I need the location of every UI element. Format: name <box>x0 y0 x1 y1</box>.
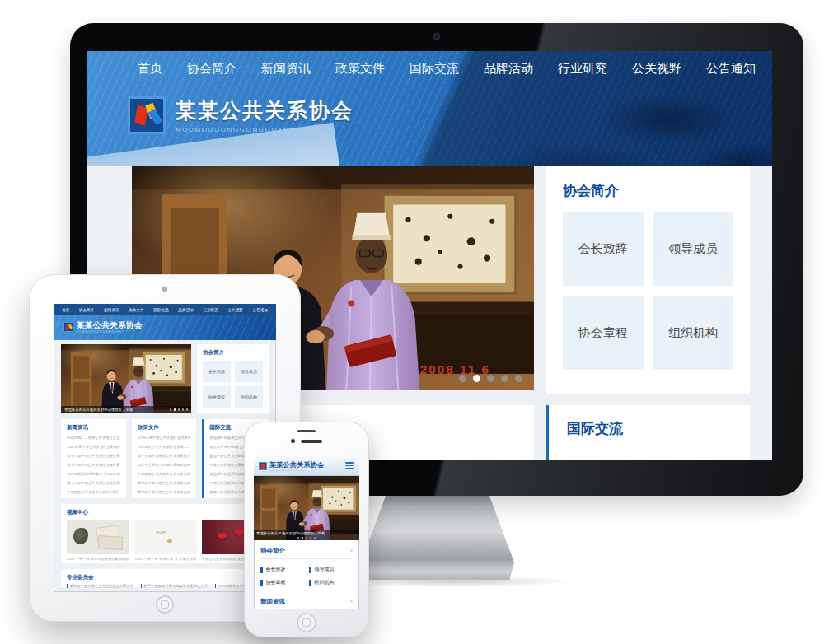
tablet-hero-slider[interactable]: 李道豫会长会见海外友好协会国际友人机构 <box>61 344 191 413</box>
policy-item-link[interactable]: 第十五届中国最佳公共关系案例大赛评审结果 <box>138 451 191 460</box>
phone-hero-slider[interactable]: 李道豫会长会见海外友好协会国际友人机构 <box>254 476 359 540</box>
logo-flag-icon <box>63 322 73 332</box>
policy-item-link[interactable]: 第七届中国大学生公共关系策划创业大赛启动 <box>138 478 191 488</box>
committee-link[interactable]: 第七届中国大学生公共关系策划大赛介绍 <box>67 584 133 588</box>
tablet-nav: 首页 协会简介 新闻资讯 政策文件 国际交流 品牌活动 行业研究 公关视野 公告… <box>54 304 276 315</box>
about-tile-charter[interactable]: 协会章程 <box>260 579 304 586</box>
phone-home-button[interactable] <box>297 613 316 632</box>
phone-screen: 某某公共关系协会 MOUMOUGONGGONGGUANXIXIEHUI 李道豫会… <box>254 456 359 609</box>
nav-item-brand[interactable]: 品牌活动 <box>484 61 533 77</box>
nav-item-research[interactable]: 行业研究 <box>558 61 607 77</box>
chevron-right-icon[interactable]: › <box>350 548 353 554</box>
site-title-pinyin: MOUMOUGONGGONGGUANXIXIEHUI <box>77 331 143 334</box>
hamburger-menu-icon[interactable] <box>345 462 354 469</box>
news-item-link[interactable]: 第十八届中国公共关系行业最佳案例颁奖典礼 <box>67 478 120 488</box>
about-heading: 协会简介 <box>203 349 263 357</box>
policy-item-link[interactable]: CIPRA关于公共关系职业资格——重点篇 <box>138 442 191 451</box>
tablet-screen: 首页 协会简介 新闻资讯 政策文件 国际交流 品牌活动 行业研究 公关视野 公告… <box>54 304 276 592</box>
carousel-dot[interactable] <box>501 375 508 382</box>
about-tile-charter[interactable]: 协会章程 <box>203 386 231 408</box>
tablet-nav-item[interactable]: 公关视野 <box>227 308 242 312</box>
carousel-dot[interactable] <box>170 408 172 411</box>
tablet-site-logo[interactable]: 某某公共关系协会 MOUMOUGONGGONGGUANXIXIEHUI <box>63 320 276 334</box>
policy-heading: 政策文件 <box>138 424 191 432</box>
carousel-dot[interactable] <box>515 375 522 382</box>
slider-caption[interactable]: 李道豫会长会见海外友好协会国际友人机构 <box>256 531 357 536</box>
news-item-link[interactable]: 第十八届中国公共关系行业最佳案例大赛评审 <box>67 460 120 469</box>
carousel-dots <box>170 408 189 411</box>
phone-earpiece <box>297 430 316 432</box>
video-caption: 2021"一带一路"年度优秀案例征集活动圆满结束 <box>67 557 129 561</box>
tablet-nav-item[interactable]: 国际交流 <box>153 308 168 312</box>
carousel-dot-active[interactable] <box>473 375 480 382</box>
monitor-stand <box>361 492 514 580</box>
news-item-link[interactable]: 历届回顾——搭建公共关系行业交流新平台 <box>67 433 120 442</box>
nav-item-pr-view[interactable]: 公关视野 <box>632 61 681 77</box>
carousel-dot-active[interactable] <box>302 537 304 539</box>
tablet-nav-item[interactable]: 品牌活动 <box>178 308 193 312</box>
tablet-nav-item[interactable]: 政策文件 <box>129 308 143 312</box>
tablet-policy-card: 政策文件 2019年度中国公共关系行业发展调查报告 CIPRA关于公共关系职业资… <box>132 419 197 498</box>
carousel-dot[interactable] <box>459 375 466 382</box>
video-heading: 视频中心 <box>67 509 263 516</box>
news-item-link[interactable]: 2021年度中国公共关系行业案例申报启动 <box>67 442 120 451</box>
carousel-dot[interactable] <box>310 537 312 539</box>
carousel-dot[interactable] <box>178 408 180 411</box>
carousel-dot[interactable] <box>182 408 185 411</box>
news-item-link[interactable]: 中国国际公共关系协会发布年度行业调查报告 <box>67 488 120 497</box>
about-tile-president[interactable]: 会长致辞 <box>260 566 304 573</box>
phone-site-logo[interactable]: 某某公共关系协会 MOUMOUGONGGONGGUANXIXIEHUI <box>269 460 324 471</box>
nav-item-home[interactable]: 首页 <box>138 61 162 77</box>
carousel-dot-active[interactable] <box>174 408 176 411</box>
tablet-home-button[interactable] <box>156 595 174 614</box>
carousel-dot[interactable] <box>306 537 308 539</box>
chevron-right-icon[interactable]: › <box>350 599 353 605</box>
tablet-nav-item[interactable]: 首页 <box>62 308 69 312</box>
site-title-pinyin: MOUMOUGONGGONGGUANXIXIEHUI <box>176 126 353 133</box>
tablet-nav-item[interactable]: 新闻资讯 <box>104 308 119 312</box>
news-item-link[interactable]: CIPRA组织研究部第二十六次开课通知 <box>67 469 120 478</box>
tablet-about-card: 协会简介 会长致辞 领导成员 协会章程 组织机构 <box>197 344 269 413</box>
policy-item-link[interactable]: 习近平主席在CIPRA年度峰会重要讲话精神 <box>138 460 191 469</box>
about-tile-president[interactable]: 会长致辞 <box>563 212 644 286</box>
tablet-video-card: 视频中心 2021"一带一路"年度优秀案例征集活动圆满结束 love 2021"… <box>61 504 269 563</box>
about-tile-organization[interactable]: 组织机构 <box>653 296 734 370</box>
nav-item-international[interactable]: 国际交流 <box>410 61 459 77</box>
tablet-nav-item[interactable]: 协会简介 <box>79 308 94 312</box>
nav-item-about[interactable]: 协会简介 <box>187 61 236 77</box>
video-thumbnail[interactable]: love <box>134 520 197 554</box>
site-logo[interactable]: 某某公共关系协会 MOUMOUGONGGONGGUANXIXIEHUI <box>128 96 772 134</box>
phone-speaker <box>301 440 322 443</box>
carousel-dot[interactable] <box>297 537 300 539</box>
about-heading: 协会简介 <box>563 181 733 200</box>
about-tile-president[interactable]: 会长致辞 <box>203 361 231 382</box>
main-nav: 首页 协会简介 新闻资讯 政策文件 国际交流 品牌活动 行业研究 公关视野 公告… <box>87 51 772 77</box>
about-tile-charter[interactable]: 协会章程 <box>563 296 644 370</box>
slider-caption[interactable]: 李道豫会长会见海外友好协会国际友人机构 <box>64 406 133 413</box>
policy-item-link[interactable]: 2019年度中国公共关系行业发展调查报告 <box>138 433 191 442</box>
nav-item-news[interactable]: 新闻资讯 <box>261 61 311 77</box>
committee-link[interactable]: 数字中国国际传播与融媒体创新论坛介绍 <box>141 584 208 588</box>
tablet-site-header: 某某公共关系协会 MOUMOUGONGGONGGUANXIXIEHUI <box>54 315 276 340</box>
about-tile-organization[interactable]: 组织机构 <box>235 386 263 408</box>
policy-item-link[interactable]: 第七届中国大学生公共关系策划创业大赛通知 <box>138 488 191 497</box>
policy-item-link[interactable]: 中国国际公共关系协会关于会员单位续费通知 <box>138 469 191 478</box>
about-tile-leaders[interactable]: 领导成员 <box>235 361 263 382</box>
carousel-dot[interactable] <box>314 537 316 539</box>
about-tile-leaders[interactable]: 领导成员 <box>309 566 353 573</box>
news-item-link[interactable]: 第十八届中国公共关系行业最佳案例大赛预告 <box>67 451 120 460</box>
slider-photo <box>61 344 191 413</box>
about-tile-leaders[interactable]: 领导成员 <box>653 212 734 286</box>
phone-about-section-header[interactable]: 协会简介 › <box>260 542 353 559</box>
carousel-dot[interactable] <box>487 375 494 382</box>
tablet-nav-item[interactable]: 公告通知 <box>253 308 268 312</box>
nav-item-policy[interactable]: 政策文件 <box>335 61 385 77</box>
tablet-nav-item[interactable]: 行业研究 <box>203 308 218 312</box>
about-card: 协会简介 会长致辞 领导成员 协会章程 组织机构 <box>546 166 750 394</box>
site-title: 某某公共关系协会 <box>77 320 143 331</box>
about-tile-organization[interactable]: 组织机构 <box>309 579 353 586</box>
carousel-dot[interactable] <box>186 408 189 411</box>
video-thumbnail[interactable] <box>67 520 129 554</box>
nav-item-notice[interactable]: 公告通知 <box>706 61 756 77</box>
phone-news-section-header[interactable]: 新闻资讯 › <box>260 593 353 609</box>
